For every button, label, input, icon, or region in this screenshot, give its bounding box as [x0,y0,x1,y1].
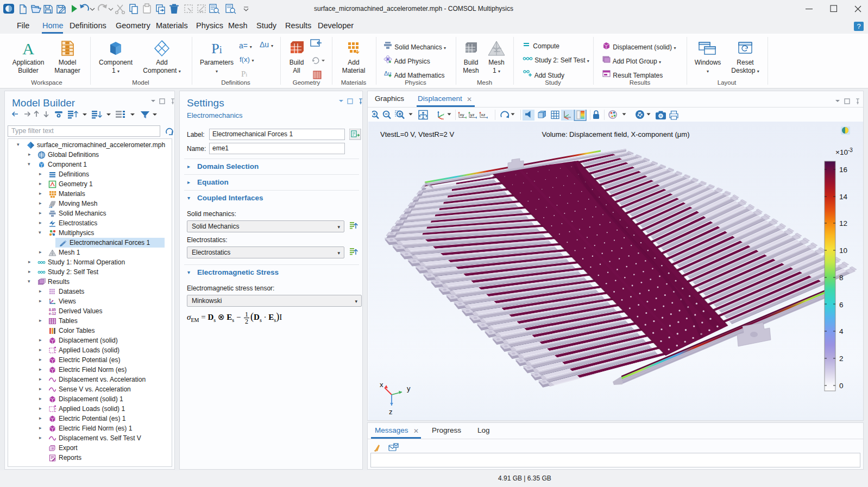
svg-text:6: 6 [839,301,844,309]
svg-text:2: 2 [839,355,844,363]
svg-text:xy: xy [460,112,464,117]
svg-text:y: y [407,384,411,393]
svg-text:16: 16 [839,166,847,174]
svg-text:12: 12 [839,219,847,227]
svg-text:x: x [380,381,383,389]
svg-text:yz: yz [470,112,475,117]
svg-text:e-12: e-12 [49,312,56,315]
svg-text:A: A [22,40,34,58]
svg-text:10: 10 [839,246,847,255]
svg-text:4: 4 [839,327,844,336]
svg-text:8: 8 [839,274,844,282]
svg-text:0: 0 [839,382,844,390]
svg-text:14: 14 [839,193,848,201]
svg-text:Pi: Pi [211,41,222,56]
svg-text:8.85: 8.85 [49,308,56,312]
svg-text:z: z [389,408,393,416]
svg-text:xz: xz [481,112,486,117]
